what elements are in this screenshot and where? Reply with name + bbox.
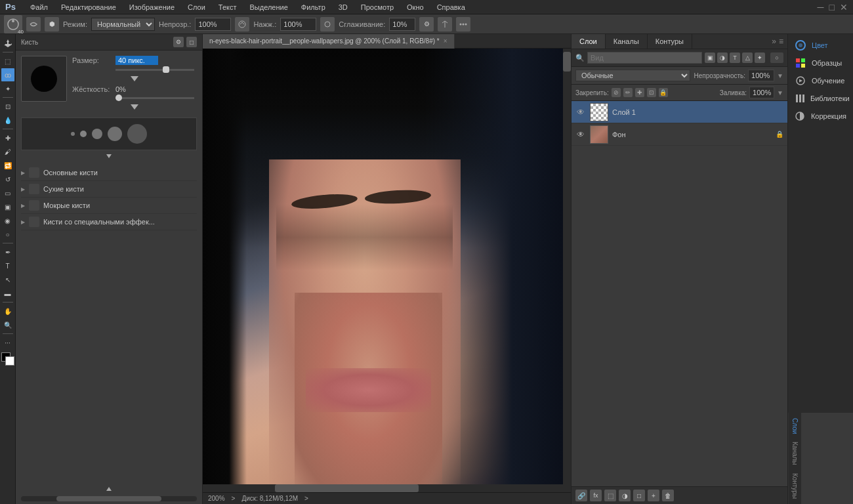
- fg-bg-colors[interactable]: [1, 352, 14, 366]
- brush-config-icon[interactable]: ⚙: [173, 37, 184, 47]
- layer-item-1[interactable]: 👁 Слой 1: [572, 101, 787, 123]
- eye-icon-bg[interactable]: 👁: [577, 130, 585, 139]
- lock-artboard-icon[interactable]: ⊡: [647, 88, 656, 97]
- crop-tool[interactable]: ⊡: [1, 100, 14, 113]
- gradient-tool[interactable]: ▣: [1, 200, 14, 213]
- horizontal-scrollbar[interactable]: [203, 484, 563, 492]
- menu-select[interactable]: Выделение: [247, 2, 291, 12]
- brush-tool[interactable]: 🖌: [1, 145, 14, 158]
- menu-help[interactable]: Справка: [434, 2, 468, 12]
- blur-tool[interactable]: ◉: [1, 214, 14, 227]
- path-select-tool[interactable]: ↖: [1, 273, 14, 286]
- symmetry-icon[interactable]: [438, 17, 452, 32]
- delete-layer-btn[interactable]: 🗑: [662, 490, 674, 501]
- dock-tab-paths[interactable]: Контуры: [790, 471, 800, 501]
- brush-new-icon[interactable]: □: [186, 37, 197, 47]
- lasso-tool[interactable]: ꝏ: [1, 68, 14, 81]
- eraser-tool[interactable]: ▭: [1, 186, 14, 200]
- vscroll-thumb[interactable]: [563, 52, 571, 72]
- maximize-btn[interactable]: □: [829, 2, 835, 12]
- hscroll-thumb[interactable]: [275, 484, 419, 492]
- brush-options-icon[interactable]: [26, 17, 41, 32]
- lock-position-icon[interactable]: ✚: [635, 88, 644, 97]
- lock-transparent-icon[interactable]: ⊘: [612, 88, 621, 97]
- fill-arrow[interactable]: ▼: [777, 89, 783, 96]
- history-brush-tool[interactable]: ↺: [1, 173, 14, 186]
- menu-3d[interactable]: 3D: [336, 2, 350, 12]
- zoom-tool[interactable]: 🔍: [1, 318, 14, 331]
- new-layer-btn[interactable]: +: [648, 490, 659, 501]
- dodge-tool[interactable]: ○: [1, 228, 14, 241]
- menu-layers[interactable]: Слои: [185, 2, 208, 12]
- panel-menu-icon[interactable]: ≡: [779, 37, 783, 46]
- magic-wand-tool[interactable]: ✦: [1, 82, 14, 95]
- filter-pixel-icon[interactable]: ▣: [705, 52, 715, 63]
- tab-close-btn[interactable]: ×: [444, 37, 447, 45]
- arrow-btn[interactable]: >: [232, 495, 236, 502]
- background-color[interactable]: [5, 356, 14, 366]
- opacity-input[interactable]: [748, 70, 774, 81]
- panel-expand-icon[interactable]: »: [772, 37, 776, 46]
- filter-shape-icon[interactable]: △: [742, 52, 753, 63]
- size-slider[interactable]: [115, 69, 194, 71]
- settings-icon[interactable]: ⚙: [419, 17, 434, 32]
- dock-tab-channels[interactable]: Каналы: [790, 439, 800, 468]
- add-adjustment-btn[interactable]: ◑: [619, 490, 631, 501]
- marquee-tool[interactable]: ⬚: [1, 54, 14, 68]
- clone-tool[interactable]: 🔁: [1, 159, 14, 172]
- dock-tab-layers[interactable]: Слои: [790, 415, 800, 436]
- tab-paths[interactable]: Контуры: [648, 34, 692, 49]
- lock-all-icon[interactable]: 🔒: [659, 88, 668, 97]
- extra-tools-btn[interactable]: ···: [1, 336, 14, 349]
- tab-layers[interactable]: Слои: [572, 34, 606, 49]
- layer-item-bg[interactable]: 👁 Фон 🔒: [572, 123, 787, 146]
- vertical-scrollbar[interactable]: [563, 49, 571, 492]
- new-group-btn[interactable]: □: [633, 490, 645, 501]
- libraries-panel-btn[interactable]: Библиотеки: [788, 90, 853, 107]
- layer-search-input[interactable]: [587, 52, 702, 64]
- learning-panel-btn[interactable]: Обучение: [788, 72, 853, 89]
- pressure-opacity-icon[interactable]: [235, 17, 249, 32]
- lock-pixels-icon[interactable]: ✏: [623, 88, 633, 97]
- add-mask-btn[interactable]: ⬚: [604, 490, 616, 501]
- eyedropper-tool[interactable]: 💧: [1, 114, 14, 127]
- airbrush-icon[interactable]: [320, 17, 335, 32]
- adjustments-panel-btn[interactable]: Коррекция: [788, 108, 853, 125]
- fill-input[interactable]: [749, 87, 774, 98]
- filter-smart-icon[interactable]: ✦: [755, 52, 765, 63]
- menu-view[interactable]: Просмотр: [358, 2, 396, 12]
- filter-toggle[interactable]: ○: [770, 52, 783, 63]
- opacity-arrow[interactable]: ▼: [777, 72, 783, 79]
- menu-text[interactable]: Текст: [216, 2, 239, 12]
- status-arrow[interactable]: >: [304, 495, 308, 502]
- extra-icon[interactable]: [456, 17, 470, 32]
- menu-filter[interactable]: Фильтр: [299, 2, 328, 12]
- hand-tool[interactable]: ✋: [1, 304, 14, 318]
- blend-mode-dropdown[interactable]: Обычные: [575, 70, 690, 81]
- minimize-btn[interactable]: ─: [818, 2, 824, 12]
- brush-tool-icon[interactable]: 40: [4, 15, 22, 33]
- scroll-down-arrow[interactable]: [106, 154, 112, 159]
- text-tool[interactable]: T: [1, 259, 14, 272]
- canvas-wrapper[interactable]: [203, 49, 571, 492]
- eye-icon-1[interactable]: 👁: [577, 108, 585, 117]
- hardness-slider-thumb[interactable]: [115, 94, 122, 101]
- document-tab[interactable]: n-eyes-black-hair-portrait__people-wallp…: [203, 34, 455, 49]
- menu-file[interactable]: Файл: [28, 2, 51, 12]
- mode-dropdown[interactable]: Нормальный: [91, 18, 155, 31]
- brush-hscroll-thumb[interactable]: [56, 496, 162, 501]
- size-slider-thumb[interactable]: [163, 66, 169, 73]
- opacity-input[interactable]: [195, 18, 231, 31]
- preset-basic[interactable]: ▶ Основные кисти: [21, 165, 197, 181]
- size-input[interactable]: [115, 56, 158, 65]
- brush-shape-icon[interactable]: ⬢: [45, 17, 59, 32]
- move-tool[interactable]: [1, 37, 14, 50]
- shape-tool[interactable]: ▬: [1, 287, 14, 300]
- flow-input[interactable]: [280, 18, 316, 31]
- scroll-up-arrow[interactable]: [106, 486, 112, 491]
- layer-1-visibility[interactable]: 👁: [575, 108, 586, 117]
- close-btn[interactable]: ✕: [840, 2, 848, 12]
- color-panel-btn[interactable]: Цвет: [788, 37, 853, 54]
- filter-adjustment-icon[interactable]: ◑: [717, 52, 728, 63]
- menu-edit[interactable]: Редактирование: [58, 2, 119, 12]
